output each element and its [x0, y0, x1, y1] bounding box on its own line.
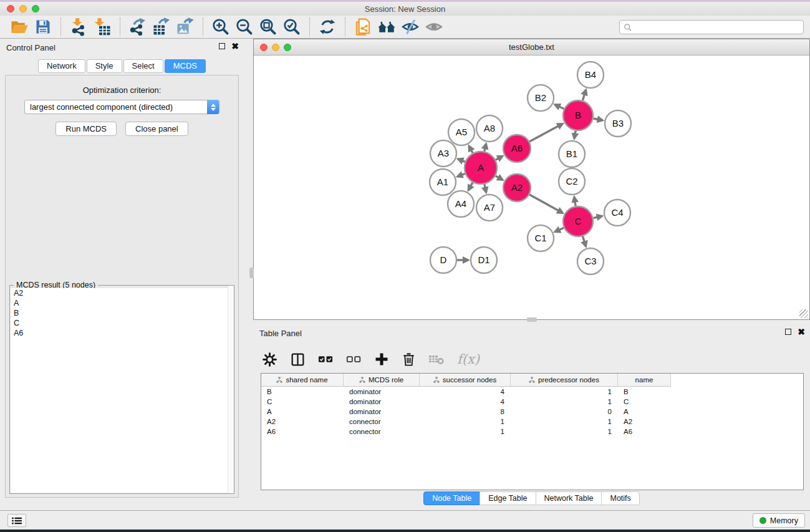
unselect-all-columns-icon[interactable]	[346, 354, 362, 364]
show-selected-icon[interactable]	[423, 17, 445, 37]
table-row[interactable]: Cdominator41C	[261, 397, 803, 407]
graph-node-C2[interactable]: C2	[559, 168, 585, 195]
table-row[interactable]: Bdominator41B	[261, 387, 803, 397]
graph-edge-A-A5[interactable]	[469, 146, 473, 153]
window-resize-grip[interactable]	[799, 309, 808, 318]
graph-edge-A-A3[interactable]	[458, 159, 465, 162]
hide-selected-icon[interactable]	[400, 17, 421, 37]
result-item[interactable]: B	[11, 308, 233, 318]
zoom-in-icon[interactable]	[210, 17, 231, 37]
export-network-icon[interactable]	[127, 17, 148, 37]
graph-node-B4[interactable]: B4	[577, 62, 604, 88]
function-builder-icon[interactable]: f(x)	[457, 352, 480, 367]
graph-node-A7[interactable]: A7	[476, 195, 503, 221]
float-panel-icon[interactable]	[785, 329, 791, 335]
select-all-columns-icon[interactable]	[318, 354, 334, 364]
graph-node-A1[interactable]: A1	[430, 169, 456, 195]
table-row[interactable]: A6connector11A6	[261, 427, 803, 437]
table-row[interactable]: A2connector11A2	[261, 417, 803, 427]
result-list-scrollbar[interactable]	[228, 286, 234, 493]
graph-node-A[interactable]: A	[465, 152, 497, 184]
float-panel-icon[interactable]	[219, 43, 225, 49]
mcds-result-list[interactable]: A2ABCA6	[11, 288, 233, 493]
result-item[interactable]: A2	[11, 288, 233, 298]
graph-node-A8[interactable]: A8	[476, 115, 503, 142]
graph-node-B1[interactable]: B1	[559, 141, 585, 167]
export-table-icon[interactable]	[151, 17, 172, 37]
tab-select[interactable]: Select	[123, 59, 163, 73]
task-history-button[interactable]	[7, 514, 26, 527]
graph-edge-A-A1[interactable]	[457, 174, 465, 177]
show-all-networks-icon[interactable]	[376, 17, 397, 37]
zoom-out-icon[interactable]	[234, 17, 255, 37]
new-session-from-network-icon[interactable]	[352, 17, 374, 37]
close-panel-icon[interactable]: ✖	[798, 329, 805, 335]
graph-edge-A-A7[interactable]	[485, 184, 486, 192]
import-table-icon[interactable]	[92, 17, 113, 37]
delete-columns-icon[interactable]	[402, 352, 416, 367]
close-panel-icon[interactable]: ✖	[231, 43, 239, 49]
graph-edge-A-A6[interactable]	[496, 156, 503, 160]
create-column-icon[interactable]	[374, 352, 389, 367]
split-pane-handle-vertical[interactable]	[249, 268, 254, 278]
graph-edge-B-B3[interactable]	[593, 118, 602, 120]
column-header-predecessor-nodes[interactable]: predecessor nodes	[511, 374, 618, 387]
graph-edge-A-A4[interactable]	[468, 183, 473, 190]
graph-edge-C-C4[interactable]	[593, 216, 602, 218]
graph-node-C1[interactable]: C1	[528, 225, 554, 251]
graph-node-A6[interactable]: A6	[503, 135, 531, 162]
zoom-fit-icon[interactable]	[258, 17, 279, 37]
graph-edge-C-C3[interactable]	[582, 236, 586, 246]
tab-mcds[interactable]: MCDS	[165, 59, 206, 73]
graph-edge-B-B1[interactable]	[574, 131, 576, 139]
tab-edge-table[interactable]: Edge Table	[480, 491, 536, 505]
result-item[interactable]: C	[11, 318, 233, 328]
result-item[interactable]: A6	[11, 328, 233, 338]
graph-node-B[interactable]: B	[563, 100, 593, 130]
graph-edge-B-B4[interactable]	[582, 90, 586, 100]
export-image-icon[interactable]	[175, 17, 196, 37]
graph-node-D[interactable]: D	[430, 247, 456, 273]
import-network-icon[interactable]	[68, 17, 89, 37]
column-header-name[interactable]: name	[618, 374, 671, 387]
memory-button[interactable]: Memory	[753, 513, 805, 528]
graph-edge-A6-B[interactable]	[529, 123, 562, 142]
split-pane-handle-horizontal[interactable]	[527, 317, 537, 322]
graph-edge-B-B2[interactable]	[555, 105, 564, 109]
refresh-icon[interactable]	[317, 17, 338, 37]
column-header-successor-nodes[interactable]: successor nodes	[420, 374, 511, 387]
graph-node-C4[interactable]: C4	[604, 200, 630, 226]
graph-node-A4[interactable]: A4	[448, 191, 474, 217]
graph-edge-A-A8[interactable]	[485, 143, 486, 151]
graph-node-B3[interactable]: B3	[605, 110, 631, 137]
tab-node-table[interactable]: Node Table	[423, 491, 480, 505]
graph-edge-A2-C[interactable]	[529, 195, 562, 213]
graph-node-C3[interactable]: C3	[577, 248, 604, 274]
show-column-icon[interactable]	[290, 352, 306, 367]
delete-table-icon[interactable]	[428, 353, 445, 365]
run-mcds-button[interactable]: Run MCDS	[55, 122, 117, 136]
graph-edge-C-C1[interactable]	[555, 228, 564, 231]
quick-search-field[interactable]	[619, 20, 804, 34]
search-input[interactable]	[632, 22, 803, 33]
result-item[interactable]: A	[11, 298, 233, 308]
graph-node-A3[interactable]: A3	[430, 140, 456, 167]
column-header-MCDS-role[interactable]: MCDS role	[344, 374, 420, 387]
graph-edge-A-A2[interactable]	[496, 176, 503, 180]
open-file-icon[interactable]	[9, 17, 30, 37]
graph-node-C[interactable]: C	[563, 206, 593, 236]
graph-node-A5[interactable]: A5	[448, 119, 475, 145]
zoom-selected-icon[interactable]	[281, 17, 302, 37]
table-row[interactable]: Adominator80A	[261, 407, 803, 417]
graph-node-A2[interactable]: A2	[503, 174, 531, 201]
network-window-titlebar[interactable]: testGlobe.txt	[254, 39, 809, 56]
tab-network[interactable]: Network	[38, 59, 85, 73]
optimization-criterion-select[interactable]: largest connected component (directed)	[24, 100, 219, 114]
save-session-icon[interactable]	[32, 17, 54, 37]
column-header-shared-name[interactable]: shared name	[261, 374, 344, 387]
table-options-icon[interactable]	[262, 352, 277, 367]
tab-style[interactable]: Style	[87, 59, 122, 73]
graph-edge-C-C2[interactable]	[574, 197, 576, 206]
tab-network-table[interactable]: Network Table	[536, 491, 602, 505]
graph-node-B2[interactable]: B2	[528, 85, 554, 111]
